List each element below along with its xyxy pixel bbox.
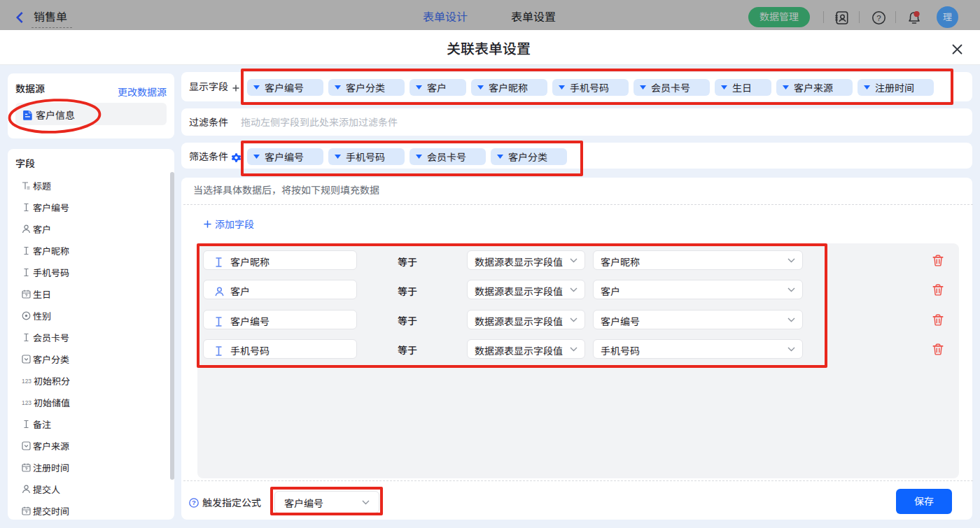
svg-text:123: 123 — [22, 378, 31, 385]
svg-text:?: ? — [876, 14, 881, 22]
svg-text:?: ? — [192, 499, 196, 506]
svg-text:123: 123 — [22, 399, 31, 406]
